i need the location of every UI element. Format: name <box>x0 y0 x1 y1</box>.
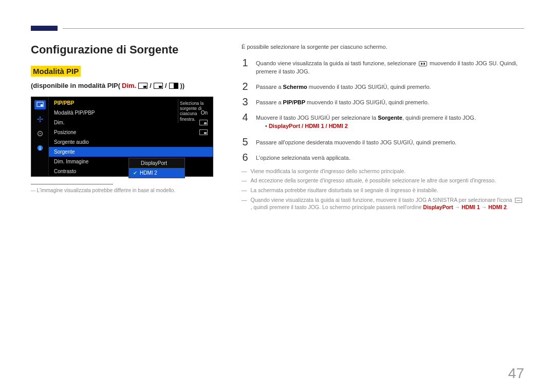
header-rule <box>63 28 524 29</box>
pip-size-icon-med <box>154 83 163 89</box>
osd-row-pos[interactable]: Posizione <box>49 127 213 137</box>
popup-option-hdmi2[interactable]: ✔HDMI 2 <box>129 168 184 178</box>
popup-option-dp[interactable]: DisplayPort <box>129 158 184 168</box>
svg-rect-1 <box>40 104 42 106</box>
svg-marker-4 <box>36 118 39 120</box>
step-number: 6 <box>242 152 249 162</box>
intro-text: È possibile selezionare la sorgente per … <box>242 43 524 51</box>
step-6: L'opzione selezionata verrà applicata. <box>256 152 524 162</box>
step-number: 5 <box>242 137 249 147</box>
pip-position-icon <box>199 129 208 135</box>
svg-text:i: i <box>39 146 40 151</box>
step-5: Passare all'opzione desiderata muovendo … <box>256 137 524 147</box>
page-title: Configurazione di Sorgente <box>31 43 221 57</box>
osd-row-source[interactable]: Sorgente <box>49 147 213 157</box>
svg-marker-2 <box>39 116 41 118</box>
model-caption: ― L'immagine visualizzata potrebbe diffe… <box>31 188 221 193</box>
function-key-icon <box>419 61 427 66</box>
notes-block: ―Viene modificata la sorgente d'ingresso… <box>242 167 524 211</box>
step-1: Quando viene visualizzata la guida ai ta… <box>256 58 524 76</box>
osd-tab-settings[interactable] <box>34 129 46 138</box>
header-accent <box>31 26 58 31</box>
step-3: Passare a PIP/PBP muovendo il tasto JOG … <box>256 97 524 107</box>
osd-tab-info[interactable]: i <box>34 143 46 153</box>
availability-line: (disponibile in modalità PIP(Dim. / / )) <box>31 82 221 89</box>
osd-menu: i Seleziona la sorgente di ciascuna fine… <box>31 97 213 177</box>
osd-row-audio[interactable]: Sorgente audio <box>49 137 213 147</box>
svg-marker-5 <box>41 118 43 120</box>
pip-size-icon-small <box>138 83 147 89</box>
step-number: 1 <box>242 58 249 68</box>
step-2: Passare a Schermo muovendo il tasto JOG … <box>256 81 524 91</box>
step-number: 3 <box>242 97 249 107</box>
svg-point-6 <box>39 119 41 120</box>
pip-size-icon-half <box>169 83 178 89</box>
osd-popup: DisplayPort ✔HDMI 2 <box>128 158 185 178</box>
svg-point-8 <box>39 133 41 135</box>
pip-layout-icon <box>199 120 208 125</box>
osd-tab-picture[interactable] <box>34 100 46 109</box>
page-number: 47 <box>508 365 524 382</box>
step-4: Muovere il tasto JOG SU/GIÙ per selezion… <box>256 112 524 132</box>
osd-tab-nav[interactable] <box>34 115 46 124</box>
step-number: 4 <box>242 112 249 122</box>
check-icon: ✔ <box>133 170 137 176</box>
mode-highlight: Modalità PIP <box>31 66 81 77</box>
svg-marker-3 <box>39 121 41 123</box>
step-number: 2 <box>242 81 249 91</box>
swap-icon <box>515 198 522 203</box>
